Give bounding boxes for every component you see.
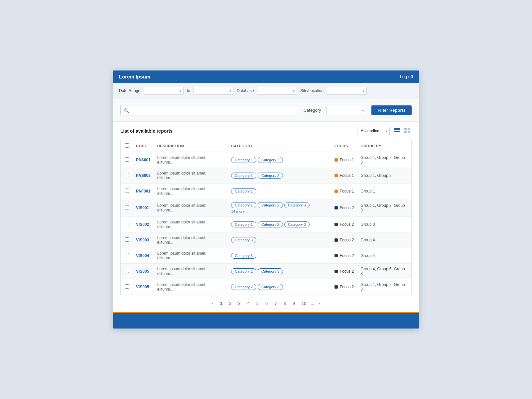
focus-dot — [334, 174, 338, 177]
sort-select[interactable]: Ascending Descending — [357, 127, 390, 135]
next-page-button[interactable]: › — [316, 300, 322, 307]
focus-label: Focus 1 — [340, 158, 354, 162]
category-tag: Category 3 — [258, 268, 283, 274]
row-checkbox-cell — [121, 152, 133, 168]
category-tag: Category 1 — [231, 173, 256, 179]
row-code: VIS004 — [133, 248, 154, 264]
sort-select-wrapper: Ascending Descending — [357, 127, 390, 135]
site-location-select[interactable] — [327, 87, 367, 95]
header-checkbox-cell — [121, 140, 133, 152]
row-description: Lorem ipsum dolor sit amet, elitunm.... — [154, 248, 228, 264]
row-checkbox-cell — [121, 168, 133, 184]
row-checkbox[interactable] — [125, 173, 129, 177]
code-link[interactable]: PAS001 — [136, 158, 151, 162]
page-7-button[interactable]: 7 — [272, 300, 279, 307]
row-description: Lorem ipsum dolor sit amet, elitunm.... — [154, 279, 228, 295]
row-focus: Focus 1 — [331, 152, 357, 168]
date-range-start-select[interactable] — [144, 87, 184, 95]
row-focus: Focus 2 — [331, 264, 357, 279]
search-input[interactable] — [120, 105, 298, 115]
row-description: Lorem ipsum dolor sit amet, elitunm.... — [154, 232, 228, 248]
row-focus: Focus 2 — [331, 232, 357, 248]
category-select[interactable] — [326, 106, 366, 115]
table-row: VIS003Lorem ipsum dolor sit amet, elitun… — [121, 232, 411, 248]
row-checkbox[interactable] — [125, 157, 129, 162]
code-link[interactable]: VIS004 — [136, 253, 149, 258]
code-link[interactable]: PAF001 — [136, 189, 150, 194]
row-focus: Focus 1 — [331, 184, 357, 199]
row-group-by: Group 3 — [357, 217, 411, 232]
code-link[interactable]: VIS005 — [136, 285, 149, 289]
site-location-select-wrapper — [327, 87, 367, 95]
row-code: VIS005 — [133, 279, 154, 295]
row-checkbox[interactable] — [125, 222, 129, 226]
category-tag: Category 3 — [258, 284, 283, 290]
focus-dot — [334, 254, 338, 257]
logoff-button[interactable]: Log off — [400, 74, 413, 79]
category-tag: Category 2 — [258, 221, 283, 227]
row-focus: Focus 2 — [331, 217, 357, 232]
category-tag: Category 1 — [231, 157, 256, 163]
list-view-button[interactable] — [393, 126, 402, 136]
row-description: Lorem ipsum dolor sit amet, elitunm.... — [154, 199, 228, 217]
to-label: to — [187, 88, 190, 93]
row-group-by: Group 1 — [357, 184, 411, 199]
focus-label: Focus 2 — [340, 285, 354, 289]
row-checkbox[interactable] — [125, 237, 129, 242]
code-link[interactable]: VIS001 — [136, 205, 149, 210]
page-2-button[interactable]: 2 — [227, 300, 234, 307]
row-description: Lorem ipsum dolor sit amet, elitunm.... — [154, 264, 228, 279]
row-category: Category 1 — [228, 184, 331, 199]
row-checkbox[interactable] — [125, 284, 129, 289]
table-row: PAS002Lorem ipsum dolor sit amet, elitun… — [121, 168, 411, 184]
row-checkbox[interactable] — [125, 189, 129, 193]
page-6-button[interactable]: 6 — [263, 300, 270, 307]
focus-dot — [334, 270, 338, 273]
main-content: List of available reports Ascending Desc… — [113, 122, 419, 312]
grid-view-button[interactable] — [403, 126, 412, 136]
category-tag: Category 2 — [258, 157, 283, 163]
page-8-button[interactable]: 8 — [281, 300, 288, 307]
category-label: Category — [304, 108, 321, 113]
code-link[interactable]: VIS002 — [136, 222, 149, 227]
page-9-button[interactable]: 9 — [290, 300, 297, 307]
row-category: Category 1Category 2Category 314 more ..… — [228, 199, 331, 217]
svg-rect-4 — [408, 128, 410, 130]
row-group-by: Group 1, Group 2, Group 3 — [357, 152, 411, 168]
code-link[interactable]: VIS003 — [136, 238, 149, 242]
row-group-by: Group 4, Group 6, Group 8 — [357, 264, 411, 279]
database-select-wrapper — [257, 87, 297, 95]
date-range-start-wrapper — [144, 87, 184, 95]
code-link[interactable]: VIS005 — [136, 269, 149, 274]
row-checkbox[interactable] — [125, 269, 129, 273]
row-checkbox-cell — [121, 279, 133, 295]
row-category: Category 1Category 2 — [228, 152, 331, 168]
row-checkbox[interactable] — [125, 253, 129, 257]
code-link[interactable]: PAS002 — [136, 173, 151, 178]
table-row: PAF001Lorem ipsum dolor sit amet, elitun… — [121, 184, 411, 199]
page-5-button[interactable]: 5 — [254, 300, 261, 307]
page-3-button[interactable]: 3 — [236, 300, 243, 307]
page-10-button[interactable]: 10 — [299, 300, 309, 307]
row-code: VIS005 — [133, 264, 154, 279]
page-ellipsis: ... — [311, 301, 314, 306]
more-categories[interactable]: 14 more ... — [231, 209, 249, 213]
filter-reports-button[interactable]: Filter Reports — [371, 105, 412, 115]
prev-page-button[interactable]: ‹ — [209, 300, 215, 307]
table-row: VIS001Lorem ipsum dolor sit amet, elitun… — [121, 199, 411, 217]
row-checkbox-cell — [121, 184, 133, 199]
select-all-checkbox[interactable] — [125, 143, 129, 148]
row-description: Lorem ipsum dolor sit amet, elitunm.... — [154, 184, 228, 199]
page-1-button[interactable]: 1 — [218, 300, 225, 307]
date-range-end-select[interactable] — [194, 87, 233, 95]
row-checkbox[interactable] — [125, 205, 129, 209]
row-category: Category 3 — [228, 232, 331, 248]
database-select[interactable] — [257, 87, 297, 95]
svg-rect-6 — [408, 131, 410, 133]
row-category: Category 2Category 3 — [228, 279, 331, 295]
page-4-button[interactable]: 4 — [245, 300, 252, 307]
row-group-by: Group 4 — [357, 248, 411, 264]
row-code: PAS002 — [133, 168, 154, 184]
row-checkbox-cell — [121, 232, 133, 248]
table-row: VIS002Lorem ipsum dolor sit amet, elitun… — [121, 217, 411, 232]
